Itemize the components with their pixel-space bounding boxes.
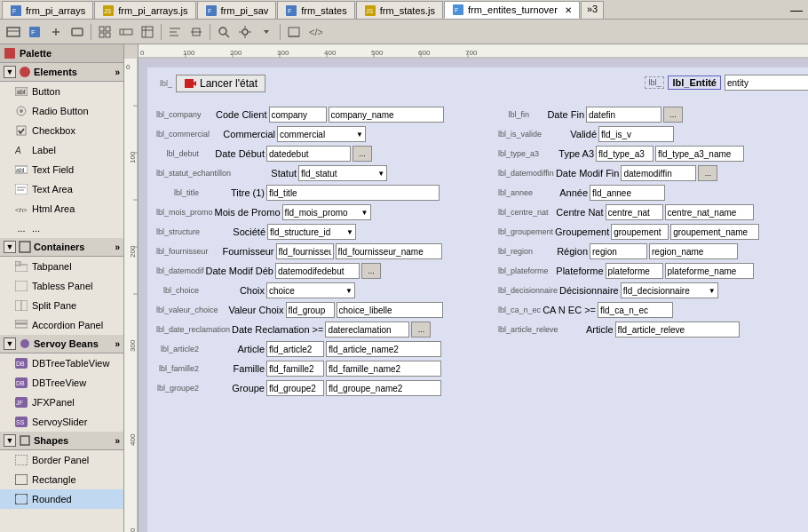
expand-elements[interactable]: ▼ — [4, 66, 16, 78]
toolbar-btn-1[interactable] — [4, 22, 23, 42]
tab-frm-states-js[interactable]: JS frm_states.js — [356, 1, 443, 19]
toolbar-btn-10[interactable] — [214, 22, 234, 42]
section-menu-btn4[interactable]: » — [115, 436, 120, 446]
panel-item-slider[interactable]: SS ServoySlider — [0, 412, 123, 432]
ca-n-ec-input[interactable] — [598, 302, 673, 318]
toolbar-btn-7[interactable] — [138, 22, 157, 42]
panel-item-tabless[interactable]: Tabless Panel — [0, 276, 123, 296]
toolbar-btn-12[interactable] — [284, 22, 304, 42]
article2-input[interactable] — [266, 341, 324, 357]
commercial-select[interactable]: commercial ▼ — [277, 126, 366, 142]
tab-frm-entites-turnover[interactable]: F frm_entites_turnover ✕ — [444, 1, 580, 19]
groupe2-input[interactable] — [266, 380, 324, 396]
panel-item-etc[interactable]: ... ... — [0, 218, 123, 238]
toolbar-btn-2[interactable]: F — [25, 22, 44, 42]
datedebut-input[interactable] — [266, 146, 351, 162]
close-icon[interactable]: ✕ — [565, 5, 572, 15]
annee-input[interactable] — [590, 185, 665, 201]
groupement-name-input[interactable] — [670, 224, 759, 240]
tab-frm-pi-arrays-js[interactable]: JS frm_pi_arrays.js — [94, 1, 195, 19]
title-input[interactable] — [266, 185, 440, 201]
fournisseur-name-input[interactable] — [336, 243, 442, 259]
entity-input[interactable] — [725, 75, 808, 91]
datemodiffin-input[interactable] — [621, 165, 696, 181]
panel-item-jfx[interactable]: JF JFXPanel — [0, 393, 123, 412]
groupe-name2-input[interactable] — [326, 380, 441, 396]
plateforme-name-input[interactable] — [665, 263, 754, 279]
window-minimize[interactable]: — — [785, 1, 808, 19]
famille2-input[interactable] — [266, 361, 324, 377]
mois-promo-select[interactable]: fld_mois_promo ▼ — [282, 204, 371, 220]
panel-item-textarea[interactable]: Text Area — [0, 179, 123, 199]
datereclamation-input[interactable] — [325, 322, 409, 337]
section-containers[interactable]: ▼ Containers » — [0, 238, 123, 257]
panel-item-textfield[interactable]: abl Text Field — [0, 160, 123, 179]
toolbar-btn-11[interactable] — [235, 22, 255, 42]
datefin-input[interactable] — [586, 107, 661, 123]
panel-item-label[interactable]: A Label — [0, 140, 123, 160]
section-servoy-beans[interactable]: ▼ Servoy Beans » — [0, 335, 123, 353]
panel-item-splitpane[interactable]: Split Pane — [0, 296, 123, 315]
tab-frm-states[interactable]: F frm_states — [277, 1, 354, 19]
panel-item-accordion[interactable]: Accordion Panel — [0, 315, 123, 335]
toolbar-btn-9[interactable] — [186, 22, 206, 42]
toolbar-dropdown-btn[interactable] — [257, 22, 276, 42]
panel-item-border-panel[interactable]: Border Panel — [0, 450, 123, 470]
company-input[interactable] — [269, 107, 327, 123]
section-menu-btn2[interactable]: » — [115, 242, 120, 252]
tab-frm-pi-arrays[interactable]: F frm_pi_arrays — [2, 1, 93, 19]
toolbar-btn-6[interactable] — [116, 22, 136, 42]
toolbar-btn-8[interactable] — [165, 22, 185, 42]
tab-more-button[interactable]: »3 — [581, 1, 604, 19]
article-releve-input[interactable] — [615, 322, 740, 337]
section-menu-btn[interactable]: » — [115, 67, 120, 77]
type-a3-input[interactable] — [596, 146, 654, 162]
famille-name2-input[interactable] — [326, 361, 441, 377]
panel-item-htmlarea[interactable]: <h> Html Area — [0, 199, 123, 218]
panel-item-button[interactable]: abl Button — [0, 82, 123, 101]
panel-item-dbtree-table[interactable]: DB DBTreeTableView — [0, 353, 123, 373]
section-menu-btn3[interactable]: » — [115, 339, 120, 349]
expand-containers[interactable]: ▼ — [4, 241, 16, 253]
company-name-input[interactable] — [329, 107, 444, 123]
datemodiffin-btn[interactable]: ... — [698, 165, 717, 181]
datereclamation-btn[interactable]: ... — [411, 322, 431, 337]
isvalide-input[interactable] — [598, 126, 674, 142]
panel-item-rectangle[interactable]: Rectangle — [0, 470, 123, 489]
region-name-input[interactable] — [649, 243, 738, 259]
panel-item-radio[interactable]: Radio Button — [0, 101, 123, 121]
expand-shapes[interactable]: ▼ — [4, 434, 16, 447]
panel-item-checkbox[interactable]: Checkbox — [0, 121, 123, 140]
region-input[interactable] — [590, 243, 647, 259]
panel-item-tabpanel[interactable]: Tabpanel — [0, 257, 123, 276]
choice-libelle-input[interactable] — [337, 302, 443, 318]
type-a3-name-input[interactable] — [655, 146, 744, 162]
section-elements[interactable]: ▼ Elements » — [0, 63, 123, 82]
expand-beans[interactable]: ▼ — [4, 337, 16, 350]
groupement-input[interactable] — [611, 224, 669, 240]
section-shapes[interactable]: ▼ Shapes » — [0, 432, 123, 450]
centre-nat-name-input[interactable] — [665, 204, 754, 220]
datefin-btn[interactable]: ... — [663, 107, 683, 123]
plateforme-input[interactable] — [606, 263, 663, 279]
panel-item-dbtree[interactable]: DB DBTreeView — [0, 373, 123, 393]
panel-item-rounded[interactable]: Rounded — [0, 489, 123, 509]
datemodif-btn[interactable]: ... — [361, 263, 381, 279]
datedebut-btn[interactable]: ... — [353, 146, 372, 162]
datemodif-input[interactable] — [275, 263, 360, 279]
group-input[interactable] — [286, 302, 335, 318]
toolbar-btn-4[interactable] — [67, 22, 87, 42]
statut-select[interactable]: fld_statut ▼ — [298, 165, 387, 181]
tab-frm-pi-sav[interactable]: F frm_pi_sav — [197, 1, 277, 19]
toolbar-btn-5[interactable] — [95, 22, 115, 42]
article-name2-input[interactable] — [326, 341, 441, 357]
decisionnaire-select[interactable]: fld_decisionnaire ▼ — [621, 282, 718, 298]
form-canvas[interactable]: lbl_ Lancer l'état lbl_ lbl_Entité — [139, 59, 808, 532]
toolbar-btn-3[interactable] — [46, 22, 66, 42]
launch-button[interactable]: Lancer l'état — [176, 75, 265, 92]
choice-select[interactable]: choice ▼ — [266, 282, 355, 298]
structure-select[interactable]: fld_structure_id ▼ — [267, 224, 356, 240]
centre-nat-input[interactable] — [606, 204, 663, 220]
toolbar-btn-13[interactable]: </> — [305, 22, 325, 42]
fournisseur-input[interactable] — [276, 243, 334, 259]
